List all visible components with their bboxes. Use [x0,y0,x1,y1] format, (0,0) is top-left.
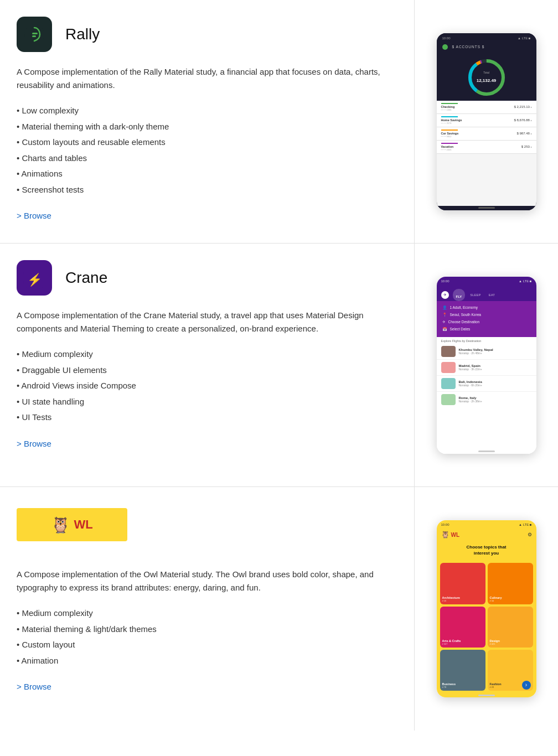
svg-rect-1 [32,33,38,34]
crane-features: Medium complexity Draggable UI elements … [17,346,397,426]
rally-description: A Compose implementation of the Rally Ma… [17,65,397,92]
owl-features: Medium complexity Material theming & lig… [17,605,397,669]
feature-item: Material theming with a dark-only theme [17,119,397,135]
feature-item: Animations [17,166,397,182]
crane-preview: 10:00 ▲ LTE ■ ✈ FLY SLEEP EAT [414,244,558,486]
crane-browse-link[interactable]: > Browse [17,439,51,448]
crane-header: ⚡ Crane [17,260,397,296]
feature-item: Custom layout [17,637,397,653]
rally-phone-mockup: 10:00 ▲ LTE ■ $ ACCOUNTS $ [437,33,536,210]
rally-browse-link[interactable]: > Browse [17,211,51,220]
feature-item: Charts and tables [17,151,397,167]
rally-content: Rally A Compose implementation of the Ra… [0,0,414,243]
rally-header: Rally [17,17,397,52]
owl-section: 🦉 WL A Compose implementation of the Owl… [0,487,558,731]
feature-item: UI Tests [17,410,397,426]
owl-description: A Compose implementation of the Owl Mate… [17,568,397,594]
owl-logo-text: WL [74,517,92,532]
owl-banner: 🦉 WL [17,508,127,541]
crane-section: ⚡ Crane A Compose implementation of the … [0,244,558,487]
feature-item: Medium complexity [17,605,397,622]
owl-header: 🦉 WL [17,504,397,555]
feature-item: Android Views inside Compose [17,378,397,394]
feature-item: UI state handling [17,394,397,410]
feature-item: Screenshot tests [17,182,397,198]
crane-content: ⚡ Crane A Compose implementation of the … [0,244,414,486]
feature-item: Low complexity [17,103,397,119]
owl-phone-mockup: 10:00 ▲ LTE ■ 🦉 WL ⚙ Choose topics thati… [437,520,536,697]
rally-features: Low complexity Material theming with a d… [17,103,397,198]
rally-preview: 10:00 ▲ LTE ■ $ ACCOUNTS $ [414,0,558,243]
feature-item: Medium complexity [17,346,397,363]
owl-preview: 10:00 ▲ LTE ■ 🦉 WL ⚙ Choose topics thati… [414,487,558,731]
rally-section: Rally A Compose implementation of the Ra… [0,0,558,244]
rally-title: Rally [65,25,100,43]
feature-item: Animation [17,653,397,669]
rally-icon [17,17,52,52]
feature-item: Material theming & light/dark themes [17,622,397,638]
feature-item: Custom layouts and reusable elements [17,134,397,151]
owl-content: 🦉 WL A Compose implementation of the Owl… [0,487,414,731]
feature-item: Draggable UI elements [17,363,397,379]
crane-icon: ⚡ [17,260,52,296]
svg-text:⚡: ⚡ [27,272,43,287]
crane-description: A Compose implementation of the Crane Ma… [17,309,397,335]
crane-phone-mockup: 10:00 ▲ LTE ■ ✈ FLY SLEEP EAT [437,277,536,454]
svg-rect-2 [32,35,36,37]
owl-browse-link[interactable]: > Browse [17,682,51,691]
crane-title: Crane [65,269,107,287]
owl-logo-icon: 🦉 [51,516,70,534]
